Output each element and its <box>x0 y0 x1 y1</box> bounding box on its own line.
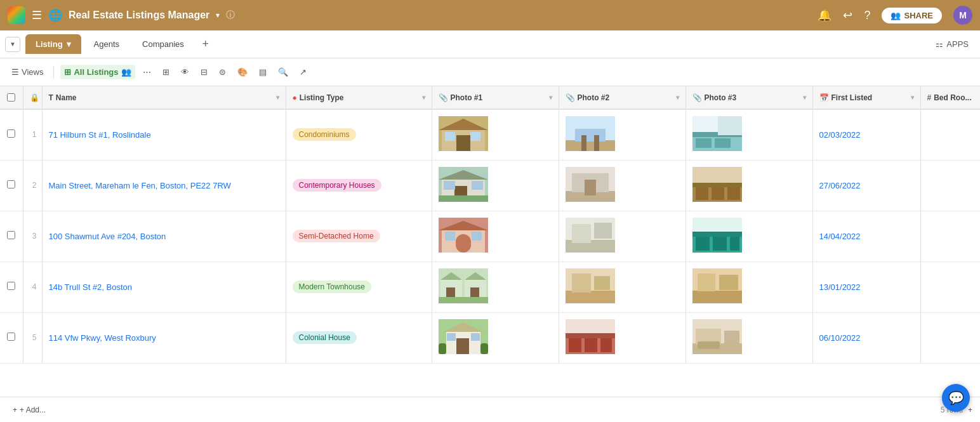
row-photo1-cell[interactable] <box>432 261 559 312</box>
row-name-cell[interactable]: 100 Shawmut Ave #204, Boston <box>42 211 286 261</box>
header-listing-type[interactable]: ● Listing Type ▾ <box>286 86 432 109</box>
header-checkbox[interactable] <box>0 86 23 109</box>
row-checkbox-cell[interactable] <box>0 211 23 261</box>
search-button[interactable]: 🔍 <box>274 65 292 79</box>
svg-rect-10 <box>594 135 599 151</box>
row-photo3-cell[interactable] <box>685 109 812 160</box>
photo1-sort-icon[interactable]: ▾ <box>549 94 552 101</box>
chat-bubble-button[interactable]: 💬 <box>942 384 970 412</box>
row-photo2-cell[interactable] <box>559 109 685 160</box>
header-photo1[interactable]: 📎 Photo #1 ▾ <box>432 86 559 109</box>
address-link[interactable]: 14b Trull St #2, Boston <box>49 282 133 292</box>
row-checkbox[interactable] <box>7 129 15 138</box>
listing-type-badge[interactable]: Contemporary Houses <box>293 179 381 192</box>
more-options-button[interactable]: ⋯ <box>139 65 155 79</box>
address-link[interactable]: 114 Vfw Pkwy, West Roxbury <box>49 333 156 343</box>
row-checkbox[interactable] <box>7 282 15 290</box>
row-checkbox-cell[interactable] <box>0 312 23 363</box>
row-checkbox-cell[interactable] <box>0 160 23 211</box>
add-column-button[interactable]: + <box>968 406 972 414</box>
summary-button[interactable]: ⊟ <box>197 65 211 79</box>
row-name-cell[interactable]: Main Street, Mareham le Fen, Boston, PE2… <box>42 160 286 211</box>
filter-button[interactable]: ⊜ <box>215 65 230 79</box>
row-photo1-cell[interactable] <box>432 109 559 160</box>
name-sort-icon[interactable]: ▾ <box>276 94 279 101</box>
row-checkbox[interactable] <box>7 231 15 239</box>
share-button[interactable]: 👥 SHARE <box>882 8 942 23</box>
table-row[interactable]: 4 14b Trull St #2, Boston Modern Townhou… <box>0 261 980 312</box>
listing-type-sort-icon[interactable]: ▾ <box>422 94 425 101</box>
header-photo3[interactable]: 📎 Photo #3 ▾ <box>685 86 812 109</box>
table-row[interactable]: 2 Main Street, Mareham le Fen, Boston, P… <box>0 160 980 211</box>
listing-type-badge[interactable]: Condominiums <box>293 128 356 141</box>
row-type-cell[interactable]: Contemporary Houses <box>286 160 432 211</box>
views-button[interactable]: ☰ Views <box>8 65 47 79</box>
color-button[interactable]: 🎨 <box>234 65 251 79</box>
tab-companies[interactable]: Companies <box>132 34 194 54</box>
row-name-cell[interactable]: 14b Trull St #2, Boston <box>42 261 286 312</box>
share-view-button[interactable]: ↗ <box>296 65 310 79</box>
notifications-icon[interactable]: 🔔 <box>818 8 831 22</box>
collapse-button[interactable]: ▼ <box>5 37 20 52</box>
group-button[interactable]: ⊞ <box>159 65 173 79</box>
listing-type-badge[interactable]: Modern Townhouse <box>293 280 372 293</box>
photo2-sort-icon[interactable]: ▾ <box>676 94 679 101</box>
all-listings-button[interactable]: ⊞ All Listings 👥 <box>60 65 135 79</box>
row-photo1-cell[interactable] <box>432 211 559 261</box>
row-photo3-cell[interactable] <box>685 312 812 363</box>
listing-type-badge[interactable]: Colonial House <box>293 331 357 344</box>
row-photo2-cell[interactable] <box>559 211 685 261</box>
tab-agents[interactable]: Agents <box>84 34 129 54</box>
row-type-cell[interactable]: Semi-Detached Home <box>286 211 432 261</box>
row-photo3-cell[interactable] <box>685 211 812 261</box>
header-bedrooms[interactable]: # Bed Roo... ▾ <box>920 86 980 109</box>
row-checkbox[interactable] <box>7 333 15 341</box>
add-tab-button[interactable]: + <box>197 36 215 53</box>
share-icon: 👥 <box>891 11 901 20</box>
help-icon[interactable]: ? <box>864 9 870 22</box>
select-all-checkbox[interactable] <box>7 93 15 102</box>
title-chevron-icon[interactable]: ▾ <box>216 11 220 20</box>
hide-fields-button[interactable]: 👁 <box>177 65 193 79</box>
table-row[interactable]: 3 100 Shawmut Ave #204, Boston Semi-Deta… <box>0 211 980 261</box>
history-icon[interactable]: ↩ <box>843 8 852 22</box>
address-link[interactable]: Main Street, Mareham le Fen, Boston, PE2… <box>49 181 231 190</box>
row-photo2-cell[interactable] <box>559 160 685 211</box>
density-button[interactable]: ▤ <box>255 65 270 79</box>
row-checkbox-cell[interactable] <box>0 261 23 312</box>
header-first-listed[interactable]: 📅 First Listed ▾ <box>812 86 920 109</box>
row-photo1-cell[interactable] <box>432 312 559 363</box>
table-row[interactable]: 1 71 Hilburn St #1, Roslindale Condomini… <box>0 109 980 160</box>
row-photo3-cell[interactable] <box>685 261 812 312</box>
hamburger-icon[interactable]: ☰ <box>32 8 42 22</box>
row-photo2-cell[interactable] <box>559 312 685 363</box>
info-icon[interactable]: ⓘ <box>226 10 235 21</box>
row-name-cell[interactable]: 114 Vfw Pkwy, West Roxbury <box>42 312 286 363</box>
tab-listing[interactable]: Listing ▾ <box>25 34 81 54</box>
row-type-cell[interactable]: Modern Townhouse <box>286 261 432 312</box>
row-photo3-cell[interactable] <box>685 160 812 211</box>
address-link[interactable]: 100 Shawmut Ave #204, Boston <box>49 232 166 241</box>
row-photo1-cell[interactable] <box>432 160 559 211</box>
row-checkbox[interactable] <box>7 180 15 188</box>
apps-button[interactable]: ⚏ APPS <box>929 36 975 52</box>
row-beds-cell: 3 <box>920 160 980 211</box>
table-container: 🔒 T Name ▾ ● Listing Type ▾ <box>0 86 980 397</box>
header-photo2[interactable]: 📎 Photo #2 ▾ <box>559 86 685 109</box>
row-type-cell[interactable]: Colonial House <box>286 312 432 363</box>
avatar[interactable]: M <box>953 6 972 25</box>
row-photo2-cell[interactable] <box>559 261 685 312</box>
add-row-button[interactable]: + + Add... <box>8 404 51 416</box>
listing-type-badge[interactable]: Semi-Detached Home <box>293 230 380 242</box>
first-listed-sort-icon[interactable]: ▾ <box>911 94 914 101</box>
photo3-sort-icon[interactable]: ▾ <box>803 94 806 101</box>
row-type-cell[interactable]: Condominiums <box>286 109 432 160</box>
globe-icon: 🌐 <box>48 8 62 22</box>
date-icon: 📅 <box>819 93 829 102</box>
row-checkbox-cell[interactable] <box>0 109 23 160</box>
address-link[interactable]: 71 Hilburn St #1, Roslindale <box>49 130 151 140</box>
bedrooms-label: Bed Roo... <box>934 93 971 102</box>
table-row[interactable]: 5 114 Vfw Pkwy, West Roxbury Colonial Ho… <box>0 312 980 363</box>
header-name[interactable]: T Name ▾ <box>42 86 286 109</box>
row-name-cell[interactable]: 71 Hilburn St #1, Roslindale <box>42 109 286 160</box>
